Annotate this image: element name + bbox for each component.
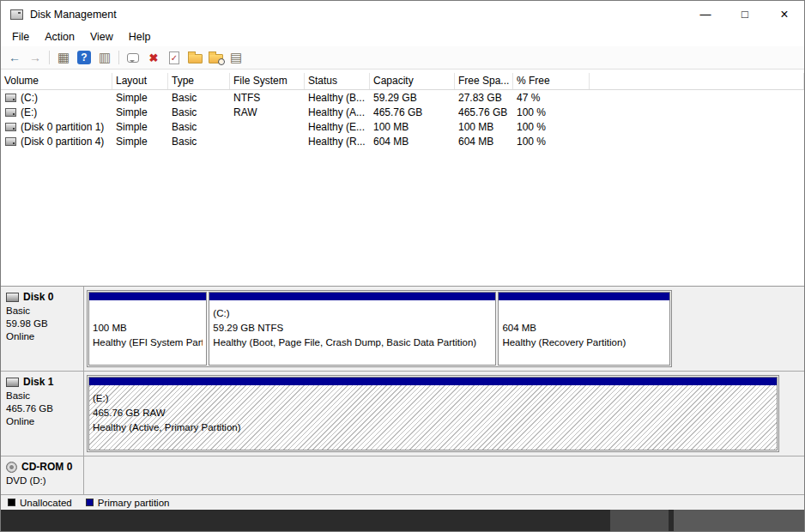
taskbar-strip: [1, 510, 804, 531]
volume-icon: [5, 137, 16, 146]
disk-status: Online: [6, 415, 79, 428]
find-folder-icon-glyph: [209, 54, 223, 63]
disk-name: Disk 0: [23, 291, 53, 303]
status-cell: Healthy (B...: [305, 92, 370, 104]
disk-0-row: Disk 0 Basic 59.98 GB Online 100 MB Heal…: [1, 287, 804, 372]
menu-view[interactable]: View: [82, 29, 121, 45]
column-header-layout[interactable]: Layout: [112, 73, 168, 89]
minimize-button[interactable]: —: [686, 1, 725, 27]
column-header-type[interactable]: Type: [168, 73, 230, 89]
volume-row-partition-1[interactable]: (Disk 0 partition 1) Simple Basic Health…: [1, 119, 804, 134]
taskbar-segment: [610, 510, 669, 531]
app-icon: [10, 9, 23, 20]
back-icon[interactable]: ←: [5, 48, 24, 67]
primary-partition-bar: [89, 293, 206, 300]
primary-partition-bar: [499, 293, 669, 300]
disk-size: 465.76 GB: [6, 402, 79, 415]
volume-name-cell: (C:): [1, 92, 112, 104]
disk-status: Online: [6, 330, 79, 343]
toolbar: ← → ▦ ? ▥ ✖ ✓ ▤: [1, 46, 804, 70]
volume-row-e[interactable]: (E:) Simple Basic RAW Healthy (A... 465.…: [1, 105, 804, 119]
show-console-tree-icon[interactable]: ▦: [54, 48, 73, 67]
partition-name: [502, 306, 666, 321]
properties-icon[interactable]: ✓: [165, 48, 184, 67]
volume-name: (Disk 0 partition 4): [21, 136, 104, 148]
column-header-free-space[interactable]: Free Spa...: [455, 73, 513, 89]
type-cell: Basic: [168, 121, 230, 133]
partition-status: Healthy (Boot, Page File, Crash Dump, Ba…: [213, 336, 492, 350]
type-cell: Basic: [168, 92, 230, 104]
maximize-button[interactable]: □: [725, 1, 765, 27]
type-cell: Basic: [168, 136, 230, 148]
taskbar-segment: [674, 510, 804, 531]
delete-volume-icon[interactable]: ✖: [144, 48, 163, 67]
cdrom-name: CD-ROM 0: [21, 461, 72, 473]
open-folder-icon[interactable]: [185, 48, 204, 67]
forward-icon[interactable]: →: [26, 48, 45, 67]
status-cell: Healthy (A...: [305, 106, 370, 118]
cdrom-media: DVD (D:): [6, 475, 79, 487]
file-system-cell: RAW: [230, 106, 305, 118]
close-button[interactable]: ×: [765, 1, 804, 27]
unallocated-swatch: [8, 499, 15, 506]
export-list-icon[interactable]: ▤: [227, 48, 245, 67]
find-folder-icon[interactable]: [206, 48, 225, 67]
disk-0-label[interactable]: Disk 0 Basic 59.98 GB Online: [1, 287, 84, 371]
cdrom-0-label[interactable]: CD-ROM 0 DVD (D:): [1, 456, 84, 494]
cdrom-0-media-area: [84, 456, 804, 494]
column-header-volume[interactable]: Volume: [1, 73, 112, 89]
file-system-cell: NTFS: [230, 92, 305, 104]
layout-cell: Simple: [112, 106, 168, 118]
disk-name: Disk 1: [23, 376, 53, 388]
menubar: File Action View Help: [1, 27, 804, 46]
layout-cell: Simple: [112, 92, 168, 104]
disk-icon: [6, 378, 19, 387]
partition-recovery[interactable]: 604 MB Healthy (Recovery Partition): [498, 292, 670, 366]
partition-name: (C:): [213, 306, 492, 321]
pct-free-cell: 100 %: [513, 121, 590, 133]
volume-row-partition-4[interactable]: (Disk 0 partition 4) Simple Basic Health…: [1, 134, 804, 148]
help-icon-glyph: ?: [77, 51, 91, 64]
disk-type: Basic: [6, 390, 79, 402]
partition-size: 465.76 GB RAW: [93, 406, 773, 420]
legend-label: Primary partition: [98, 498, 170, 508]
titlebar: Disk Management — □ ×: [1, 1, 804, 27]
show-action-pane-icon[interactable]: ▥: [95, 48, 114, 67]
disk-size: 59.98 GB: [6, 317, 79, 330]
status-cell: Healthy (R...: [305, 136, 370, 148]
volume-list: Volume Layout Type File System Status Ca…: [1, 70, 804, 286]
menu-help[interactable]: Help: [121, 29, 159, 45]
disk-1-label[interactable]: Disk 1 Basic 465.76 GB Online: [1, 372, 84, 456]
capacity-cell: 100 MB: [370, 121, 455, 133]
column-header-file-system[interactable]: File System: [230, 73, 305, 89]
column-header-filler: [590, 73, 804, 89]
pct-free-cell: 100 %: [513, 106, 590, 118]
cdrom-0-row: CD-ROM 0 DVD (D:): [1, 456, 804, 494]
partition-c[interactable]: (C:) 59.29 GB NTFS Healthy (Boot, Page F…: [209, 292, 496, 366]
disk-type: Basic: [6, 305, 79, 317]
graphical-view: Disk 0 Basic 59.98 GB Online 100 MB Heal…: [1, 286, 804, 494]
status-cell: Healthy (E...: [305, 121, 370, 133]
volume-name-cell: (Disk 0 partition 4): [1, 136, 112, 148]
column-header-pct-free[interactable]: % Free: [513, 73, 590, 89]
legend-unallocated: Unallocated: [8, 498, 72, 508]
partition-efi[interactable]: 100 MB Healthy (EFI System Partition): [88, 292, 207, 366]
volume-name-cell: (E:): [1, 106, 112, 118]
command-prompt-icon-glyph: [127, 53, 139, 63]
volume-name-cell: (Disk 0 partition 1): [1, 121, 112, 133]
partition-name: (E:): [93, 391, 773, 406]
column-header-capacity[interactable]: Capacity: [370, 73, 455, 89]
free-space-cell: 100 MB: [455, 121, 513, 133]
pct-free-cell: 100 %: [513, 136, 590, 148]
command-prompt-icon[interactable]: [124, 48, 142, 67]
partition-size: 604 MB: [502, 321, 666, 336]
menu-action[interactable]: Action: [37, 29, 82, 45]
volume-row-c[interactable]: (C:) Simple Basic NTFS Healthy (B... 59.…: [1, 90, 804, 105]
help-icon[interactable]: ?: [75, 48, 94, 67]
primary-partition-swatch: [86, 499, 94, 506]
partition-size: 59.29 GB NTFS: [213, 321, 492, 336]
volume-icon: [5, 108, 16, 117]
partition-e[interactable]: (E:) 465.76 GB RAW Healthy (Active, Prim…: [88, 377, 778, 450]
column-header-status[interactable]: Status: [305, 73, 370, 89]
menu-file[interactable]: File: [4, 29, 37, 45]
